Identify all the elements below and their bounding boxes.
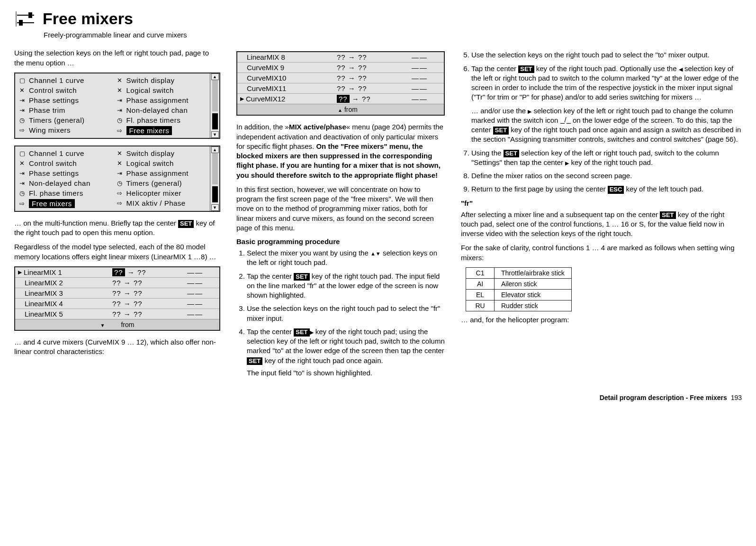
mixer-switch-slot: ――: [398, 53, 441, 61]
list-footer: ▲ from: [237, 104, 444, 115]
menu-item[interactable]: ⇨Helicopter mixer: [115, 188, 208, 198]
selection-caret-icon: ▶: [18, 269, 22, 275]
procedure-step: Tap the center SET▶ key of the right tou…: [247, 327, 445, 378]
menu-item-icon: ⇥: [18, 107, 27, 114]
mixer-name: LinearMIX 1: [24, 268, 62, 276]
menu-item[interactable]: ✕Switch display: [115, 148, 208, 158]
menu-item[interactable]: ⇥Phase trim: [17, 105, 111, 115]
set-key: ESC: [608, 186, 624, 194]
menu-item[interactable]: ⇥Phase assignment: [115, 95, 208, 105]
table-row: ELElevator stick: [466, 289, 572, 300]
scroll-up-icon[interactable]: ▲: [211, 146, 219, 153]
mixer-row[interactable]: CurveMIX11?? → ??――: [237, 83, 444, 93]
mixer-switch-slot: ――: [398, 84, 441, 92]
linear-intro: Regardless of the model type selected, e…: [14, 242, 220, 262]
menu-item-icon: ⇨: [116, 190, 124, 197]
menu-item[interactable]: ▢Channel 1 curve: [17, 148, 111, 158]
menu-item-icon: ⇥: [116, 170, 124, 177]
menu-item-label: Helicopter mixer: [126, 189, 181, 197]
menu-item-label: Channel 1 curve: [29, 149, 84, 157]
mixer-name: LinearMIX 4: [25, 300, 63, 308]
menu-item[interactable]: ▢Channel 1 curve: [17, 75, 111, 85]
menu-item[interactable]: ⇨Wing mixers: [17, 125, 111, 135]
menu-item-icon: ⇥: [18, 97, 27, 104]
menu-item-icon: ✕: [116, 77, 124, 84]
menu-item[interactable]: ⇨MIX aktiv / Phase: [115, 198, 208, 208]
procedure-steps-cont: Use the selection keys on the right touc…: [471, 50, 742, 194]
menu-item[interactable]: ✕Logical switch: [115, 158, 208, 168]
mixer-mapping: ?? → ??: [112, 300, 174, 308]
menu-item[interactable]: ✕Control switch: [17, 158, 111, 168]
procedure-step: Use the selection keys on the right touc…: [471, 50, 742, 60]
column-left: Using the selection keys on the left or …: [14, 48, 220, 382]
menu-item[interactable]: ◷Timers (general): [17, 115, 111, 125]
menu-item[interactable]: ◷Timers (general): [115, 178, 208, 188]
svg-rect-1: [28, 12, 32, 18]
scroll-thumb[interactable]: [212, 186, 218, 202]
arrow-icon: ▶: [565, 160, 569, 165]
mixer-mapping: ?? → ??: [337, 64, 398, 72]
mixer-row[interactable]: CurveMIX10?? → ??――: [237, 73, 444, 83]
menu-item[interactable]: ⇨Free mixers: [115, 125, 208, 136]
table-row: C1Throttle/airbrake stick: [466, 267, 572, 278]
menu-item-label: Phase settings: [29, 169, 79, 177]
menu-item[interactable]: ⇥Non-delayed chan: [17, 178, 111, 188]
menu-item[interactable]: ✕Control switch: [17, 85, 111, 95]
mixer-name: CurveMIX 9: [247, 64, 284, 72]
menu-item-label: Fl. phase timers: [29, 189, 83, 197]
mixer-name: LinearMIX 3: [25, 289, 63, 297]
menu-item-label: Free mixers: [126, 126, 172, 135]
menu-item-label: Non-delayed chan: [126, 106, 188, 114]
menu-item[interactable]: ✕Logical switch: [115, 85, 208, 95]
menu-item[interactable]: ✕Switch display: [115, 75, 208, 85]
mixer-row[interactable]: LinearMIX 5?? → ??――: [15, 309, 219, 319]
mixer-row[interactable]: LinearMIX 8?? → ??――: [237, 52, 444, 62]
menu-item-icon: ⇥: [18, 170, 27, 177]
page-header: Free mixers: [14, 9, 742, 28]
menu-item-icon: ▢: [18, 77, 27, 84]
mixer-mapping: ?? → ??: [112, 268, 174, 276]
stick-code: RU: [466, 300, 495, 311]
scroll-up-icon[interactable]: ▲: [211, 73, 219, 80]
mixer-mapping: ?? → ??: [112, 310, 174, 318]
mixer-row[interactable]: LinearMIX 2?? → ??――: [15, 277, 219, 288]
mixer-row[interactable]: CurveMIX 9?? → ??――: [237, 62, 444, 73]
mixer-row[interactable]: ▶LinearMIX 1?? → ??――: [15, 267, 219, 277]
mixer-mapping: ?? → ??: [337, 95, 398, 103]
menu-item[interactable]: ⇥Non-delayed chan: [115, 105, 208, 115]
menu-item[interactable]: ⇨Free mixers: [17, 198, 111, 209]
list-footer: ▼ from: [15, 319, 219, 330]
scroll-down-icon[interactable]: ▼: [211, 204, 219, 211]
menu-item-label: Phase assignment: [126, 169, 189, 177]
column-middle: LinearMIX 8?? → ??――CurveMIX 9?? → ??――C…: [236, 48, 445, 382]
scroll-down-icon[interactable]: ▼: [211, 131, 219, 138]
menu-item-icon: ◷: [18, 117, 27, 124]
menu-item[interactable]: ◷Fl. phase timers: [115, 115, 208, 125]
menu-item[interactable]: ⇥Phase assignment: [115, 168, 208, 178]
menu-item-icon: ◷: [116, 180, 124, 187]
menu-item[interactable]: ⇥Phase settings: [17, 95, 111, 105]
after-linear: … and 4 curve mixers (CurveMIX 9 … 12), …: [14, 337, 220, 357]
menu-screen-2: ▢Channel 1 curve✕Control switch⇥Phase se…: [14, 146, 220, 212]
mixer-header-icon: [14, 9, 37, 28]
menu-item-label: Channel 1 curve: [29, 76, 84, 84]
procedure-step: Tap the center SET key of the right touc…: [471, 64, 742, 145]
scroll-thumb[interactable]: [212, 113, 218, 129]
mixer-row[interactable]: LinearMIX 4?? → ??――: [15, 298, 219, 309]
menu-item-label: MIX aktiv / Phase: [126, 199, 186, 207]
fr-paragraph: After selecting a mixer line and a subse…: [461, 210, 742, 239]
menu-item-icon: ✕: [18, 87, 27, 94]
menu-item[interactable]: ⇥Phase settings: [17, 168, 111, 178]
intro-text: Using the selection keys on the left or …: [14, 48, 220, 68]
menu-item-label: Timers (general): [126, 179, 182, 187]
menu-item-icon: ✕: [18, 160, 27, 167]
procedure-step: Tap the center SET key of the right touc…: [247, 272, 445, 300]
menu-item-label: Switch display: [126, 76, 175, 84]
mixer-mapping: ?? → ??: [337, 53, 398, 61]
menu-item-label: Logical switch: [126, 159, 174, 167]
menu-item[interactable]: ◷Fl. phase timers: [17, 188, 111, 198]
mixer-row[interactable]: ▶CurveMIX12?? → ??――: [237, 93, 444, 104]
mixer-name: CurveMIX10: [247, 74, 286, 82]
mixer-row[interactable]: LinearMIX 3?? → ??――: [15, 288, 219, 298]
column-right: Use the selection keys on the right touc…: [461, 48, 742, 382]
